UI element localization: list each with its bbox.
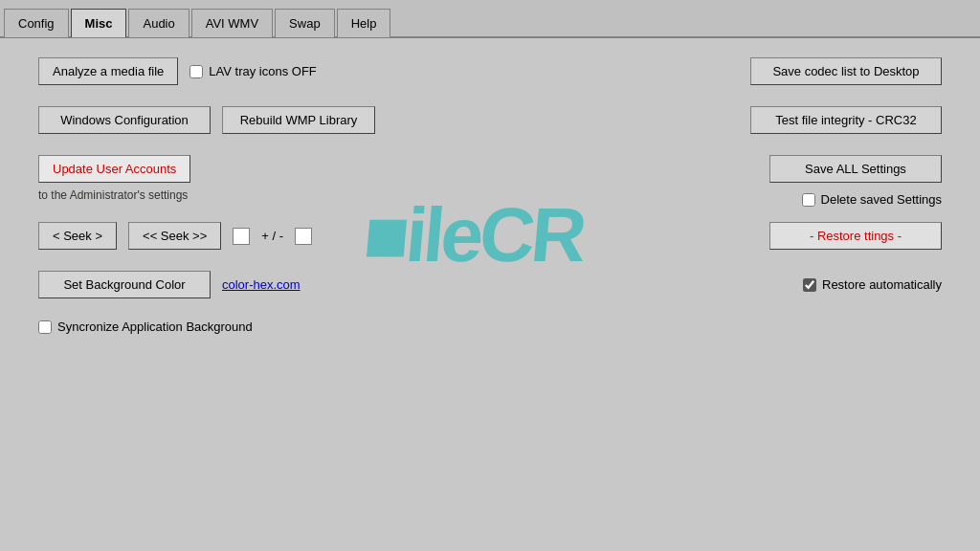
row-3: Update User Accounts to the Administrato… bbox=[38, 155, 942, 207]
save-all-settings-button[interactable]: Save ALL Settings bbox=[769, 155, 942, 183]
seek-left-button[interactable]: < Seek > bbox=[38, 222, 117, 250]
row-5: Set Background Color color-hex.com Resto… bbox=[38, 271, 942, 298]
lav-tray-icons-label: LAV tray icons OFF bbox=[209, 64, 316, 78]
analyze-media-button[interactable]: Analyze a media file bbox=[38, 57, 178, 85]
admin-settings-label: to the Administrator's settings bbox=[38, 188, 190, 202]
tab-help[interactable]: Help bbox=[337, 9, 391, 37]
delete-saved-wrap: Delete saved Settings bbox=[802, 192, 942, 207]
tab-audio[interactable]: Audio bbox=[128, 9, 189, 37]
rebuild-wmp-button[interactable]: Rebuild WMP Library bbox=[222, 106, 375, 134]
tab-misc[interactable]: Misc bbox=[71, 9, 127, 37]
right-settings-col: Save ALL Settings Delete saved Settings bbox=[769, 155, 942, 207]
tab-avi-wmv[interactable]: AVI WMV bbox=[191, 9, 273, 37]
small-input-box[interactable] bbox=[295, 228, 312, 245]
test-integrity-button[interactable]: Test file integrity - CRC32 bbox=[750, 106, 942, 134]
sync-bg-wrap: Syncronize Application Background bbox=[38, 320, 253, 334]
sync-bg-checkbox[interactable] bbox=[38, 320, 52, 334]
delete-saved-checkbox[interactable] bbox=[802, 193, 815, 207]
update-accounts-col: Update User Accounts to the Administrato… bbox=[38, 155, 190, 202]
restore-auto-label: Restore automatically bbox=[822, 277, 942, 292]
row-6: Syncronize Application Background bbox=[38, 320, 942, 334]
tab-swap[interactable]: Swap bbox=[275, 9, 335, 37]
lav-tray-icons-wrap: LAV tray icons OFF bbox=[189, 64, 316, 78]
windows-config-button[interactable]: Windows Configuration bbox=[38, 106, 211, 134]
row-1: Analyze a media file LAV tray icons OFF … bbox=[38, 57, 942, 85]
set-background-color-button[interactable]: Set Background Color bbox=[38, 271, 211, 298]
seek-left2-button[interactable]: << Seek >> bbox=[128, 222, 221, 250]
color-box[interactable] bbox=[233, 228, 250, 245]
sync-bg-label: Syncronize Application Background bbox=[57, 320, 253, 334]
save-codec-list-button[interactable]: Save codec list to Desktop bbox=[750, 57, 942, 85]
color-hex-link[interactable]: color-hex.com bbox=[222, 277, 301, 292]
update-user-accounts-button[interactable]: Update User Accounts bbox=[38, 155, 190, 183]
lav-tray-icons-checkbox[interactable] bbox=[189, 65, 203, 78]
plus-minus-label: + / - bbox=[261, 229, 283, 243]
row-4: < Seek > << Seek >> + / - - Restore ttin… bbox=[38, 222, 942, 250]
restore-settings-button[interactable]: - Restore ttings - bbox=[769, 222, 942, 250]
restore-auto-checkbox[interactable] bbox=[803, 278, 816, 292]
tab-config[interactable]: Config bbox=[4, 9, 69, 37]
tab-bar: Config Misc Audio AVI WMV Swap Help bbox=[0, 0, 980, 38]
delete-saved-label: Delete saved Settings bbox=[821, 192, 942, 207]
restore-auto-wrap: Restore automatically bbox=[803, 277, 942, 292]
main-content: Analyze a media file LAV tray icons OFF … bbox=[0, 38, 980, 551]
row-2: Windows Configuration Rebuild WMP Librar… bbox=[38, 106, 942, 134]
